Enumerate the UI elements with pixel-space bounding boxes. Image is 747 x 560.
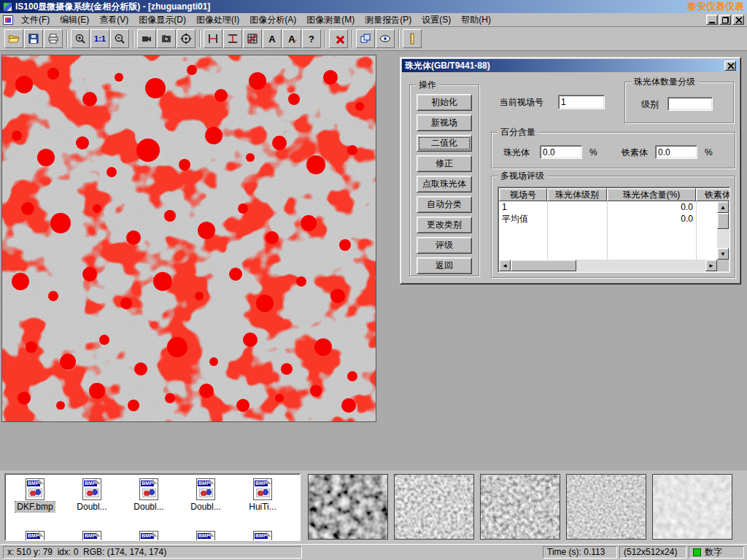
help-button[interactable]: ? xyxy=(302,29,321,48)
preview-button[interactable] xyxy=(376,29,395,48)
bmp-file-icon: BMP xyxy=(196,531,215,541)
text-annotate-button[interactable]: A xyxy=(263,29,282,48)
still-capture-button[interactable] xyxy=(157,29,176,48)
check-icon: ✓ xyxy=(293,38,298,45)
save-icon xyxy=(28,33,39,44)
horizontal-scroll-thumb[interactable] xyxy=(511,260,576,271)
binarize-button[interactable]: 二值化 xyxy=(417,135,472,152)
actual-size-button[interactable]: 1:1 xyxy=(90,29,109,48)
cell-field: 平均值 xyxy=(499,213,547,225)
file-item[interactable]: BMP xyxy=(236,531,290,541)
new-field-button[interactable]: 新视场 xyxy=(417,114,472,131)
grading-group-title: 珠光体数量分级 xyxy=(631,77,698,87)
mdi-client-area: 珠光体(GB/T9441-88) 操作 初始化 新视场 二值化 修正 点取珠光体… xyxy=(0,51,747,470)
menu-view[interactable]: 查看(V) xyxy=(94,13,133,26)
table-row[interactable]: 平均值 0.0 xyxy=(499,213,717,225)
auto-classify-button[interactable]: 自动分类 xyxy=(417,196,472,213)
document-icon xyxy=(3,15,13,25)
child-close-button[interactable] xyxy=(732,15,744,25)
thumbnail-1[interactable] xyxy=(308,474,388,540)
save-button[interactable] xyxy=(24,29,43,48)
file-item[interactable]: BMP xyxy=(179,531,233,541)
menu-report[interactable]: 测量报告(P) xyxy=(360,13,417,26)
menu-image-display[interactable]: 图像显示(D) xyxy=(133,13,191,26)
target-button[interactable] xyxy=(177,29,196,48)
zoom-out-button[interactable] xyxy=(110,29,129,48)
child-restore-button[interactable] xyxy=(719,15,731,25)
initialize-button[interactable]: 初始化 xyxy=(417,94,472,111)
thumbnail-3[interactable] xyxy=(480,474,560,540)
file-name: DKF.bmp xyxy=(15,502,54,512)
ruler-button[interactable] xyxy=(403,29,422,48)
horizontal-scrollbar[interactable]: ◄ ► xyxy=(499,260,717,271)
print-button[interactable] xyxy=(44,29,63,48)
image-canvas[interactable] xyxy=(1,55,376,422)
current-field-input[interactable] xyxy=(558,95,605,109)
scroll-left-button[interactable]: ◄ xyxy=(499,260,511,271)
grid-measure-button[interactable] xyxy=(243,29,262,48)
vertical-scrollbar[interactable]: ▲ ▼ xyxy=(717,201,729,260)
bmp-tag: BMP xyxy=(141,533,154,539)
file-name: Doubl... xyxy=(189,502,222,512)
ferrite-percent-input[interactable] xyxy=(655,145,697,159)
correct-button[interactable]: 修正 xyxy=(417,155,472,172)
menu-image-process[interactable]: 图像处理(I) xyxy=(191,13,244,26)
file-item[interactable]: BMP HuiTi... xyxy=(236,478,290,512)
change-class-button[interactable]: 更改类别 xyxy=(417,217,472,233)
menu-image-measure[interactable]: 图像测量(M) xyxy=(301,13,360,26)
file-item[interactable]: BMP DKF.bmp xyxy=(8,478,62,512)
target-icon xyxy=(180,33,192,44)
caliper-vertical-icon xyxy=(227,33,239,44)
scroll-track[interactable] xyxy=(576,260,705,271)
measure-horizontal-button[interactable] xyxy=(204,29,222,48)
return-button[interactable]: 返回 xyxy=(417,257,472,274)
measure-vertical-button[interactable] xyxy=(223,29,242,48)
actual-size-icon: 1:1 xyxy=(94,34,106,43)
bmp-tag: BMP xyxy=(198,533,211,539)
time-info: Time (s): 0.113 xyxy=(543,546,617,559)
camera-mode-label: 数字 xyxy=(705,547,722,557)
menu-settings[interactable]: 设置(S) xyxy=(417,13,456,26)
file-item[interactable]: BMP xyxy=(122,531,176,541)
cut-button[interactable] xyxy=(329,29,348,48)
file-item[interactable]: BMP Doubl... xyxy=(65,478,119,512)
text-annotate-icon: A xyxy=(268,34,275,44)
dialog-close-button[interactable] xyxy=(724,61,736,71)
cell-grade xyxy=(547,213,607,225)
title-bar[interactable]: IS100显微摄像系统(金相分析版) - [zhuguangti01] 泰安仪器… xyxy=(0,0,747,13)
thumbnail-2[interactable] xyxy=(394,474,474,540)
file-item[interactable]: BMP Doubl... xyxy=(122,478,176,512)
menu-help[interactable]: 帮助(H) xyxy=(456,13,496,26)
scroll-down-button[interactable]: ▼ xyxy=(717,248,729,260)
thumbnail-4[interactable] xyxy=(566,474,646,540)
menu-image-analysis[interactable]: 图像分析(A) xyxy=(244,13,301,26)
file-item[interactable]: BMP xyxy=(65,531,119,541)
level-input[interactable] xyxy=(667,97,713,111)
overlay-windows-button[interactable] xyxy=(356,29,375,48)
zoom-in-button[interactable] xyxy=(71,29,90,48)
menu-edit[interactable]: 编辑(E) xyxy=(55,13,94,26)
table-row[interactable]: 1 0.0 xyxy=(499,201,717,213)
file-list[interactable]: BMP DKF.bmp BMP Doubl... BMP Doubl... BM… xyxy=(4,473,301,541)
thumbnail-5[interactable] xyxy=(652,474,732,540)
pick-pearlite-button[interactable]: 点取珠光体 xyxy=(417,176,472,192)
table-header: 视场号 珠光体级别 珠光体含量(%) 铁素体 xyxy=(499,188,717,201)
menu-file[interactable]: 文件(F) xyxy=(16,13,55,26)
file-item[interactable]: BMP xyxy=(8,531,62,541)
video-capture-button[interactable] xyxy=(137,29,156,48)
file-item[interactable]: BMP Doubl... xyxy=(179,478,233,512)
pearlite-percent-input[interactable] xyxy=(540,145,582,159)
text-verify-button[interactable]: A ✓ xyxy=(282,29,301,48)
percent-sign: % xyxy=(589,145,597,160)
grid-measure-icon xyxy=(247,33,258,44)
open-button[interactable] xyxy=(4,29,23,48)
bmp-tag: BMP xyxy=(84,533,97,539)
bmp-file-icon: BMP xyxy=(139,531,158,541)
vertical-scroll-thumb[interactable] xyxy=(717,213,729,229)
child-minimize-button[interactable] xyxy=(706,15,718,25)
scroll-up-button[interactable]: ▲ xyxy=(717,201,729,213)
grading-table: 视场号 珠光体级别 珠光体含量(%) 铁素体 1 xyxy=(498,187,730,273)
grade-button[interactable]: 评级 xyxy=(417,237,472,254)
dialog-title-bar[interactable]: 珠光体(GB/T9441-88) xyxy=(402,59,739,72)
scroll-right-button[interactable]: ► xyxy=(705,260,717,271)
